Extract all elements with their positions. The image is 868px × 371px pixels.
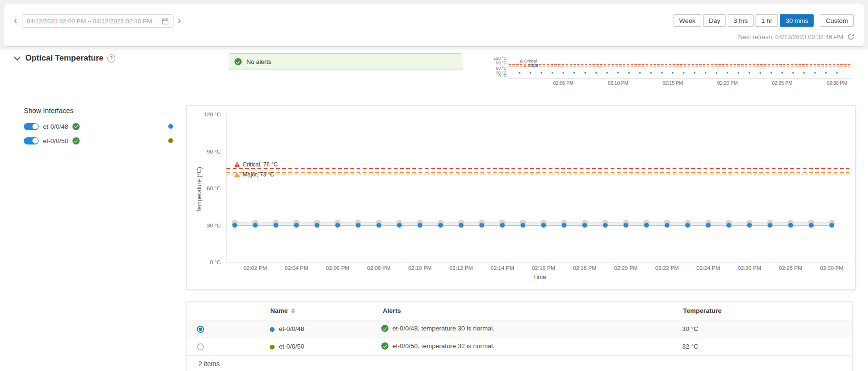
svg-text:02:12 PM: 02:12 PM bbox=[449, 265, 473, 271]
svg-text:02:08 PM: 02:08 PM bbox=[367, 265, 390, 271]
svg-text:02:20 PM: 02:20 PM bbox=[614, 265, 637, 271]
ok-status-icon bbox=[235, 58, 242, 65]
next-refresh: Next refresh: 04/12/2023 02:32:46 PM bbox=[738, 33, 855, 41]
svg-text:02:02 PM: 02:02 PM bbox=[244, 265, 267, 271]
ok-status-icon bbox=[72, 123, 80, 130]
series-legend bbox=[168, 119, 173, 153]
interface-label: et-0/0/48 bbox=[43, 123, 68, 130]
svg-text:02:20 PM: 02:20 PM bbox=[717, 81, 738, 86]
svg-text:02:06 PM: 02:06 PM bbox=[326, 265, 349, 271]
table-row[interactable]: et-0/0/50et-0/0/50, temperature 32 is no… bbox=[187, 338, 852, 355]
row-select-radio[interactable] bbox=[197, 326, 204, 333]
svg-text:120 °C: 120 °C bbox=[493, 56, 507, 61]
range-button-1-hr[interactable]: 1 hr bbox=[756, 14, 778, 27]
alert-text: et-0/0/50, temperature 32 is normal. bbox=[392, 342, 495, 350]
main-chart: 120 °C90 °C60 °C30 °C0 °C02:02 PM02:04 P… bbox=[186, 105, 856, 290]
svg-text:02:26 PM: 02:26 PM bbox=[738, 265, 761, 271]
interface-toggle-list: et-0/0/48et-0/0/50 bbox=[24, 119, 80, 148]
range-button-3-hrs[interactable]: 3 hrs bbox=[728, 14, 754, 27]
interface-name: et-0/0/50 bbox=[279, 343, 304, 350]
svg-text:02:16 PM: 02:16 PM bbox=[532, 265, 555, 271]
help-icon[interactable]: ? bbox=[107, 54, 115, 62]
svg-text:60 °C: 60 °C bbox=[207, 186, 221, 191]
page-title: Optical Temperature bbox=[25, 53, 103, 63]
series-legend-dot bbox=[168, 124, 173, 129]
svg-text:02:05 PM: 02:05 PM bbox=[553, 81, 573, 86]
table-footer: 2 items bbox=[187, 355, 852, 371]
table-body: et-0/0/48et-0/0/48, temperature 30 is no… bbox=[187, 320, 852, 355]
svg-text:Time: Time bbox=[533, 274, 546, 280]
next-range-chevron-icon[interactable]: › bbox=[178, 15, 181, 25]
alerts-banner-text: No alerts bbox=[246, 58, 271, 65]
main-chart-svg: 120 °C90 °C60 °C30 °C0 °C02:02 PM02:04 P… bbox=[187, 106, 855, 289]
svg-text:02:15 PM: 02:15 PM bbox=[663, 81, 683, 86]
topbar: ‹ 04/12/2023 02:00 PM – 04/12/2023 02:30… bbox=[4, 4, 864, 46]
overview-chart: 120 °C90 °C60 °C30 °C0 °C02:05 PM02:10 P… bbox=[491, 52, 857, 93]
items-count: 2 items bbox=[198, 360, 220, 368]
interface-label: et-0/0/50 bbox=[43, 137, 68, 144]
svg-text:02:28 PM: 02:28 PM bbox=[779, 265, 802, 271]
range-button-30-mins[interactable]: 30 mins bbox=[780, 14, 814, 27]
svg-text:02:30 PM: 02:30 PM bbox=[827, 81, 847, 86]
series-legend-dot bbox=[168, 138, 173, 143]
temperature-cell: 32 °C bbox=[682, 343, 698, 350]
svg-text:Critical, 76 °C: Critical, 76 °C bbox=[243, 161, 278, 168]
svg-text:Temperature (°C): Temperature (°C) bbox=[196, 167, 203, 213]
svg-text:120 °C: 120 °C bbox=[204, 112, 221, 117]
calendar-icon[interactable] bbox=[162, 18, 169, 25]
table-header: Name Alerts Temperature bbox=[187, 302, 852, 320]
series-color-dot bbox=[270, 345, 275, 350]
time-range-buttons: WeekDay3 hrs1 hr30 minsCustom bbox=[674, 14, 854, 27]
column-header-temperature: Temperature bbox=[683, 307, 722, 314]
next-refresh-text: Next refresh: 04/12/2023 02:32:46 PM bbox=[738, 33, 843, 41]
overview-chart-svg: 120 °C90 °C60 °C30 °C0 °C02:05 PM02:10 P… bbox=[491, 52, 857, 93]
svg-text:02:25 PM: 02:25 PM bbox=[772, 81, 793, 86]
sort-icon bbox=[291, 309, 295, 313]
svg-text:Major, 73 °C: Major, 73 °C bbox=[243, 171, 274, 178]
column-header-name-label: Name bbox=[270, 307, 288, 314]
ok-status-icon bbox=[72, 137, 80, 144]
interfaces-table: Name Alerts Temperature et-0/0/48et-0/0/… bbox=[186, 301, 853, 371]
svg-text:02:10 PM: 02:10 PM bbox=[408, 265, 431, 271]
svg-text:02:14 PM: 02:14 PM bbox=[490, 265, 514, 271]
interface-row: et-0/0/48 bbox=[24, 119, 80, 134]
page: ‹ 04/12/2023 02:00 PM – 04/12/2023 02:30… bbox=[0, 0, 868, 371]
svg-text:90 °C: 90 °C bbox=[207, 149, 221, 155]
range-button-week[interactable]: Week bbox=[674, 14, 701, 27]
section-header: Optical Temperature ? bbox=[25, 53, 115, 63]
svg-text:02:30 PM: 02:30 PM bbox=[820, 265, 843, 271]
interface-toggle[interactable] bbox=[24, 137, 39, 144]
interface-name: et-0/0/48 bbox=[279, 325, 304, 332]
date-range-input[interactable]: 04/12/2023 02:00 PM – 04/12/2023 02:30 P… bbox=[22, 14, 174, 28]
collapse-chevron-icon[interactable] bbox=[14, 54, 20, 61]
prev-range-chevron-icon[interactable]: ‹ bbox=[14, 15, 17, 25]
alert-cell: et-0/0/48, temperature 30 is normal. bbox=[381, 325, 495, 332]
ok-status-icon bbox=[381, 325, 388, 332]
column-header-alerts: Alerts bbox=[383, 307, 401, 314]
range-button-day[interactable]: Day bbox=[703, 14, 726, 27]
svg-text:0 °C: 0 °C bbox=[498, 73, 507, 78]
svg-text:02:22 PM: 02:22 PM bbox=[655, 265, 679, 271]
svg-text:02:10 PM: 02:10 PM bbox=[608, 81, 628, 86]
toggle-knob bbox=[32, 138, 38, 144]
svg-text:02:04 PM: 02:04 PM bbox=[285, 265, 308, 271]
alert-text: et-0/0/48, temperature 30 is normal. bbox=[392, 325, 495, 332]
svg-text:30 °C: 30 °C bbox=[207, 223, 221, 228]
interface-toggle[interactable] bbox=[24, 123, 39, 130]
date-range-value: 04/12/2023 02:00 PM – 04/12/2023 02:30 P… bbox=[27, 18, 162, 25]
range-button-custom[interactable]: Custom bbox=[820, 14, 854, 27]
svg-text:90 °C: 90 °C bbox=[496, 61, 507, 65]
show-interfaces-title: Show Interfaces bbox=[24, 107, 73, 114]
row-select-radio[interactable] bbox=[197, 343, 204, 350]
alerts-banner: No alerts bbox=[229, 53, 462, 70]
toggle-knob bbox=[32, 124, 38, 129]
series-color-dot bbox=[270, 327, 275, 332]
svg-text:02:24 PM: 02:24 PM bbox=[696, 265, 720, 271]
interface-row: et-0/0/50 bbox=[24, 134, 80, 148]
table-row[interactable]: et-0/0/48et-0/0/48, temperature 30 is no… bbox=[187, 320, 852, 338]
svg-text:Major: Major bbox=[528, 63, 538, 68]
svg-text:60 °C: 60 °C bbox=[496, 66, 507, 71]
column-header-name[interactable]: Name bbox=[270, 307, 295, 314]
svg-text:02:18 PM: 02:18 PM bbox=[573, 265, 596, 271]
refresh-icon[interactable] bbox=[847, 33, 855, 41]
